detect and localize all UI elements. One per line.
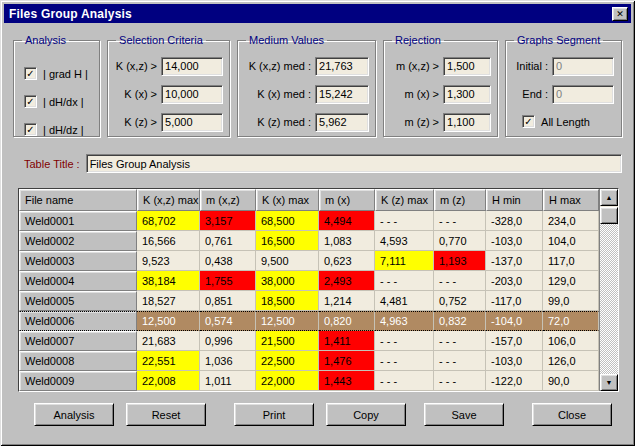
table-cell[interactable]: 1,476 bbox=[319, 351, 375, 371]
row-header[interactable]: Weld0004 bbox=[19, 271, 137, 291]
table-cell[interactable]: 18,500 bbox=[256, 291, 319, 311]
table-cell[interactable]: 38,184 bbox=[137, 271, 200, 291]
table-cell[interactable]: - - - bbox=[434, 371, 486, 391]
table-cell[interactable]: 0,623 bbox=[319, 251, 375, 271]
table-cell[interactable]: -203,0 bbox=[486, 271, 543, 291]
close-action-button[interactable]: Close bbox=[532, 403, 612, 426]
table-cell[interactable]: 126,0 bbox=[543, 351, 599, 371]
save-button[interactable]: Save bbox=[424, 403, 504, 426]
table-cell[interactable]: 0,574 bbox=[200, 311, 256, 331]
table-cell[interactable]: 22,000 bbox=[256, 371, 319, 391]
scroll-down-button[interactable]: ▼ bbox=[600, 374, 618, 391]
table-cell[interactable]: 9,500 bbox=[256, 251, 319, 271]
table-cell[interactable]: 38,000 bbox=[256, 271, 319, 291]
kx-threshold-input[interactable] bbox=[161, 85, 223, 104]
row-header[interactable]: Weld0002 bbox=[19, 231, 137, 251]
table-cell[interactable]: -157,0 bbox=[486, 331, 543, 351]
table-cell[interactable]: -103,0 bbox=[486, 231, 543, 251]
table-cell[interactable]: 0,761 bbox=[200, 231, 256, 251]
table-cell[interactable]: 0,832 bbox=[434, 311, 486, 331]
table-cell[interactable]: 0,752 bbox=[434, 291, 486, 311]
table-cell[interactable]: 68,500 bbox=[256, 211, 319, 231]
table-cell[interactable]: 106,0 bbox=[543, 331, 599, 351]
table-row[interactable]: Weld000168,7023,15768,5004,494- - -- - -… bbox=[19, 211, 599, 231]
table-cell[interactable]: 72,0 bbox=[543, 311, 599, 331]
kxz-med-field[interactable] bbox=[315, 57, 369, 76]
table-cell[interactable]: 68,702 bbox=[137, 211, 200, 231]
table-cell[interactable]: 7,111 bbox=[375, 251, 434, 271]
kxz-threshold-input[interactable] bbox=[161, 57, 223, 76]
table-cell[interactable]: -122,0 bbox=[486, 371, 543, 391]
table-cell[interactable]: - - - bbox=[375, 211, 434, 231]
dhdz-checkbox-row[interactable]: ✓ | dH/dz | bbox=[24, 121, 93, 138]
scroll-up-button[interactable]: ▲ bbox=[600, 189, 618, 206]
table-cell[interactable]: 4,593 bbox=[375, 231, 434, 251]
scrollbar-thumb[interactable] bbox=[600, 207, 618, 224]
all-length-checkbox-row[interactable]: ✓ All Length bbox=[522, 113, 615, 130]
table-cell[interactable]: 234,0 bbox=[543, 211, 599, 231]
table-cell[interactable]: - - - bbox=[375, 351, 434, 371]
row-header[interactable]: Weld0005 bbox=[19, 291, 137, 311]
copy-button[interactable]: Copy bbox=[326, 403, 406, 426]
table-cell[interactable]: -137,0 bbox=[486, 251, 543, 271]
table-cell[interactable]: 3,157 bbox=[200, 211, 256, 231]
row-header[interactable]: Weld0008 bbox=[19, 351, 137, 371]
table-cell[interactable]: - - - bbox=[434, 351, 486, 371]
table-cell[interactable]: 16,566 bbox=[137, 231, 200, 251]
table-cell[interactable]: 1,755 bbox=[200, 271, 256, 291]
table-row[interactable]: Weld000822,5511,03622,5001,476- - -- - -… bbox=[19, 351, 599, 371]
table-cell[interactable]: 4,963 bbox=[375, 311, 434, 331]
table-cell[interactable]: - - - bbox=[375, 331, 434, 351]
kz-med-field[interactable] bbox=[315, 113, 369, 132]
table-cell[interactable]: -103,0 bbox=[486, 351, 543, 371]
table-cell[interactable]: 22,551 bbox=[137, 351, 200, 371]
kx-med-field[interactable] bbox=[315, 85, 369, 104]
table-cell[interactable]: 4,481 bbox=[375, 291, 434, 311]
table-cell[interactable]: 12,500 bbox=[256, 311, 319, 331]
table-row[interactable]: Weld000612,5000,57412,5000,8204,9630,832… bbox=[19, 311, 599, 331]
table-row[interactable]: Weld00039,5230,4389,5000,6237,1111,193-1… bbox=[19, 251, 599, 271]
table-cell[interactable]: 0,851 bbox=[200, 291, 256, 311]
mxz-threshold-input[interactable] bbox=[443, 57, 491, 76]
table-row[interactable]: Weld000518,5270,85118,5001,2144,4810,752… bbox=[19, 291, 599, 311]
table-cell[interactable]: 9,523 bbox=[137, 251, 200, 271]
table-title-input[interactable] bbox=[86, 154, 622, 173]
dhdx-checkbox-row[interactable]: ✓ | dH/dx | bbox=[24, 93, 93, 110]
row-header[interactable]: Weld0007 bbox=[19, 331, 137, 351]
table-cell[interactable]: -117,0 bbox=[486, 291, 543, 311]
vertical-scrollbar[interactable]: ▲ ▼ bbox=[599, 189, 618, 391]
table-row[interactable]: Weld000438,1841,75538,0002,493- - -- - -… bbox=[19, 271, 599, 291]
table-cell[interactable]: 104,0 bbox=[543, 231, 599, 251]
table-row[interactable]: Weld000216,5660,76116,5001,0834,5930,770… bbox=[19, 231, 599, 251]
table-cell[interactable]: 1,443 bbox=[319, 371, 375, 391]
table-cell[interactable]: 129,0 bbox=[543, 271, 599, 291]
table-cell[interactable]: 22,008 bbox=[137, 371, 200, 391]
table-cell[interactable]: 0,438 bbox=[200, 251, 256, 271]
table-cell[interactable]: 90,0 bbox=[543, 371, 599, 391]
table-cell[interactable]: 1,193 bbox=[434, 251, 486, 271]
end-input[interactable] bbox=[552, 85, 614, 104]
table-row[interactable]: Weld000721,6830,99621,5001,411- - -- - -… bbox=[19, 331, 599, 351]
table-cell[interactable]: 12,500 bbox=[137, 311, 200, 331]
initial-input[interactable] bbox=[552, 57, 614, 76]
table-cell[interactable]: 0,996 bbox=[200, 331, 256, 351]
table-cell[interactable]: 1,411 bbox=[319, 331, 375, 351]
table-cell[interactable]: 21,500 bbox=[256, 331, 319, 351]
row-header[interactable]: Weld0006 bbox=[19, 311, 137, 331]
print-button[interactable]: Print bbox=[234, 403, 314, 426]
table-cell[interactable]: 1,036 bbox=[200, 351, 256, 371]
grad-h-checkbox[interactable]: ✓ bbox=[24, 67, 37, 80]
table-cell[interactable]: -104,0 bbox=[486, 311, 543, 331]
table-cell[interactable]: 0,820 bbox=[319, 311, 375, 331]
row-header[interactable]: Weld0001 bbox=[19, 211, 137, 231]
table-cell[interactable]: 4,494 bbox=[319, 211, 375, 231]
dhdz-checkbox[interactable]: ✓ bbox=[24, 123, 37, 136]
table-cell[interactable]: 22,500 bbox=[256, 351, 319, 371]
kz-threshold-input[interactable] bbox=[161, 113, 223, 132]
table-cell[interactable]: - - - bbox=[375, 371, 434, 391]
table-cell[interactable]: - - - bbox=[434, 211, 486, 231]
reset-button[interactable]: Reset bbox=[126, 403, 206, 426]
table-cell[interactable]: 99,0 bbox=[543, 291, 599, 311]
grad-h-checkbox-row[interactable]: ✓ | grad H | bbox=[24, 65, 93, 82]
table-row[interactable]: Weld000922,0081,01122,0001,443- - -- - -… bbox=[19, 371, 599, 391]
